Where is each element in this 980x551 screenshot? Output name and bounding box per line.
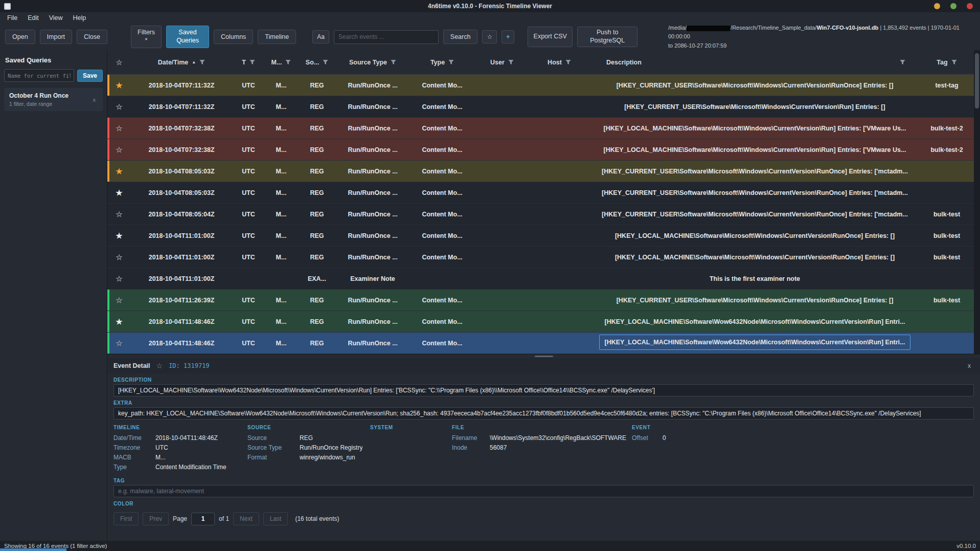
saved-queries-label: Saved Queries [173, 29, 202, 45]
cell-description[interactable]: [HKEY_LOCAL_MACHINE\Software\Microsoft\W… [590, 125, 920, 132]
row-star-toggle[interactable]: ☆ [107, 339, 131, 348]
search-button[interactable]: Search [443, 30, 478, 44]
col-header-source-type[interactable]: Source Type [336, 59, 409, 66]
maximize-button[interactable] [950, 3, 956, 9]
first-page-button[interactable]: First [113, 512, 139, 525]
col-header-type[interactable]: Type [409, 59, 475, 66]
table-row[interactable]: ☆2018-10-04T11:26:39ZUTCM...REGRun/RunOn… [107, 290, 980, 311]
menu-help[interactable]: Help [68, 13, 92, 23]
cell-description[interactable]: [HKEY_LOCAL_MACHINE\Software\Microsoft\W… [590, 254, 920, 261]
cell-description[interactable]: [HKEY_LOCAL_MACHINE\Software\Microsoft\W… [590, 232, 920, 239]
add-filter-button[interactable]: + [502, 30, 514, 43]
timeline-button[interactable]: Timeline [258, 30, 296, 44]
detail-close-button[interactable]: x [965, 361, 974, 370]
cell-description[interactable]: [HKEY_CURRENT_USER\Software\Microsoft\Wi… [590, 168, 920, 175]
filter-funnel-icon[interactable] [391, 59, 396, 65]
table-row[interactable]: ☆2018-10-04T07:32:38ZUTCM...REGRun/RunOn… [107, 118, 980, 139]
close-window-button[interactable] [967, 3, 973, 9]
col-header-source[interactable]: So... [298, 59, 336, 66]
menu-file[interactable]: File [2, 13, 22, 23]
col-header-user[interactable]: User [475, 59, 529, 66]
table-row[interactable]: ★2018-10-04T08:05:03ZUTCM...REGRun/RunOn… [107, 161, 980, 182]
export-csv-button[interactable]: Export CSV [528, 27, 573, 47]
col-header-timezone[interactable]: T [232, 59, 265, 66]
detail-star-toggle[interactable]: ☆ [156, 362, 163, 370]
columns-button[interactable]: Columns [214, 30, 253, 44]
col-header-datetime[interactable]: Date/Time ▲ [131, 59, 232, 66]
table-row[interactable]: ☆2018-10-04T07:11:32ZUTCM...REGRun/RunOn… [107, 96, 980, 118]
row-star-toggle[interactable]: ★ [107, 81, 131, 90]
last-page-button[interactable]: Last [263, 512, 288, 525]
row-star-toggle[interactable]: ☆ [107, 296, 131, 305]
row-star-toggle[interactable]: ☆ [107, 274, 131, 283]
filter-funnel-icon[interactable] [285, 59, 291, 65]
filter-funnel-icon[interactable] [565, 59, 571, 65]
table-row[interactable]: ☆2018-10-04T11:01:00ZEXA...Examiner Note… [107, 268, 980, 290]
col-header-star[interactable]: ☆ [107, 58, 131, 67]
cell-description[interactable]: [HKEY_CURRENT_USER\Software\Microsoft\Wi… [590, 189, 920, 196]
col-header-description[interactable]: Description [590, 59, 920, 66]
row-star-toggle[interactable]: ★ [107, 188, 131, 197]
col-header-macb[interactable]: M... [265, 59, 298, 66]
row-star-toggle[interactable]: ☆ [107, 124, 131, 133]
filter-funnel-icon[interactable] [199, 59, 205, 65]
panel-splitter[interactable] [107, 354, 980, 358]
detail-extra-field[interactable] [113, 407, 974, 420]
prev-page-button[interactable]: Prev [143, 512, 169, 525]
col-header-host[interactable]: Host [529, 59, 590, 66]
table-row[interactable]: ★2018-10-04T11:01:00ZUTCM...REGRun/RunOn… [107, 225, 980, 247]
filter-funnel-icon[interactable] [508, 59, 514, 65]
horizontal-scrollbar-thumb[interactable] [0, 548, 66, 551]
filter-funnel-icon[interactable] [249, 59, 255, 65]
open-button[interactable]: Open [5, 30, 35, 44]
menu-view[interactable]: View [44, 13, 68, 23]
table-row[interactable]: ☆2018-10-04T11:48:46ZUTCM...REGRun/RunOn… [107, 333, 980, 354]
table-row[interactable]: ☆2018-10-04T07:32:38ZUTCM...REGRun/RunOn… [107, 139, 980, 161]
detail-description-field[interactable] [113, 384, 974, 396]
table-row[interactable]: ★2018-10-04T11:48:46ZUTCM...REGRun/RunOn… [107, 311, 980, 333]
cell-description[interactable]: [HKEY_CURRENT_USER\Software\Microsoft\Wi… [590, 103, 920, 111]
cell-description[interactable]: [HKEY_CURRENT_USER\Software\Microsoft\Wi… [590, 211, 920, 218]
cell-description[interactable]: [HKEY_LOCAL_MACHINE\Software\Microsoft\W… [590, 146, 920, 153]
saved-query-item[interactable]: October 4 Run Once 1 filter, date range … [4, 88, 103, 111]
row-star-toggle[interactable]: ☆ [107, 102, 131, 112]
filter-funnel-icon[interactable] [448, 59, 454, 65]
row-star-toggle[interactable]: ☆ [107, 145, 131, 155]
cell-description[interactable]: [HKEY_CURRENT_USER\Software\Microsoft\Wi… [590, 297, 920, 304]
saved-queries-button[interactable]: Saved Queries [166, 26, 209, 48]
table-row[interactable]: ☆2018-10-04T11:01:00ZUTCM...REGRun/RunOn… [107, 247, 980, 268]
col-header-tag[interactable]: Tag [920, 59, 974, 66]
vertical-scrollbar-thumb[interactable] [975, 53, 979, 108]
menu-edit[interactable]: Edit [22, 13, 44, 23]
filter-funnel-icon[interactable] [900, 59, 905, 65]
import-button[interactable]: Import [40, 30, 72, 44]
table-row[interactable]: ☆2018-10-04T08:05:04ZUTCM...REGRun/RunOn… [107, 204, 980, 225]
table-row[interactable]: ★2018-10-04T08:05:03ZUTCM...REGRun/RunOn… [107, 182, 980, 204]
filters-button[interactable]: Filters * [131, 26, 162, 48]
star-filter-button[interactable]: ☆ [482, 30, 497, 43]
search-input[interactable] [334, 30, 439, 44]
row-star-toggle[interactable]: ★ [107, 231, 131, 240]
push-postgresql-button[interactable]: Push to PostgreSQL [577, 27, 637, 47]
close-db-button[interactable]: Close [77, 30, 107, 44]
filter-funnel-icon[interactable] [951, 59, 957, 65]
case-sensitive-toggle[interactable]: Aa [312, 30, 329, 43]
row-star-toggle[interactable]: ★ [107, 167, 131, 176]
cell-description[interactable]: [HKEY_LOCAL_MACHINE\Software\Wow6432Node… [590, 335, 920, 351]
delete-saved-query-button[interactable]: x [91, 96, 98, 104]
filter-name-input[interactable] [4, 69, 74, 82]
table-row[interactable]: ★2018-10-04T07:11:32ZUTCM...REGRun/RunOn… [107, 75, 980, 96]
filter-funnel-icon[interactable] [323, 59, 328, 65]
row-star-toggle[interactable]: ☆ [107, 253, 131, 262]
tag-input[interactable] [113, 485, 974, 497]
next-page-button[interactable]: Next [233, 512, 259, 525]
cell-description[interactable]: [HKEY_LOCAL_MACHINE\Software\Wow6432Node… [590, 318, 920, 325]
cell-description[interactable]: [HKEY_CURRENT_USER\Software\Microsoft\Wi… [590, 82, 920, 89]
row-star-toggle[interactable]: ☆ [107, 210, 131, 219]
page-number-input[interactable] [191, 513, 215, 525]
minimize-button[interactable] [934, 3, 940, 9]
save-query-button[interactable]: Save [77, 70, 103, 82]
vertical-scrollbar[interactable] [974, 50, 980, 354]
row-star-toggle[interactable]: ★ [107, 317, 131, 326]
cell-description[interactable]: This is the first examiner note [590, 275, 920, 282]
